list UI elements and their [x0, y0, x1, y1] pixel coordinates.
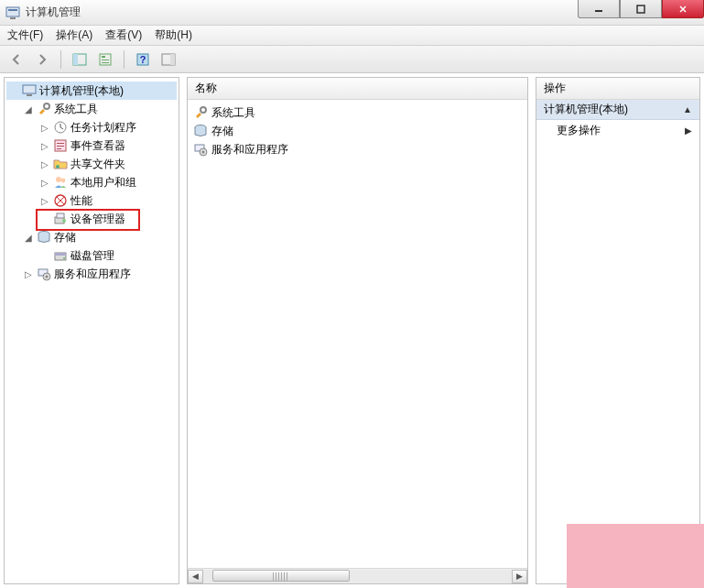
- tree-toggle[interactable]: ▷: [39, 159, 50, 169]
- tree-body: 计算机管理(本地) ◢ 系统工具 ▷ 任务计划程序 ▷ 事件查看器: [5, 78, 179, 583]
- folder-shared-icon: [53, 157, 68, 171]
- center-header[interactable]: 名称: [188, 78, 527, 100]
- toolbar-separator: [124, 50, 125, 69]
- app-icon: [5, 5, 20, 20]
- list-label: 系统工具: [211, 105, 255, 121]
- tree-label: 设备管理器: [70, 212, 125, 227]
- svg-rect-28: [57, 213, 64, 218]
- svg-text:?: ?: [140, 54, 146, 65]
- tree-label: 磁盘管理: [70, 248, 114, 264]
- svg-rect-3: [595, 10, 602, 12]
- list-item-storage[interactable]: 存储: [190, 122, 525, 140]
- tree-label: 共享文件夹: [70, 157, 125, 172]
- list-label: 服务和应用程序: [211, 142, 288, 158]
- tree-local-users[interactable]: ▷ 本地用户和组: [6, 173, 177, 191]
- tree-task-scheduler[interactable]: ▷ 任务计划程序: [6, 118, 177, 136]
- list-item-system-tools[interactable]: 系统工具: [190, 103, 525, 122]
- close-icon: [678, 5, 688, 14]
- tree-shared-folders[interactable]: ▷ 共享文件夹: [6, 155, 177, 173]
- column-name: 名称: [195, 81, 217, 96]
- svg-point-36: [46, 276, 49, 278]
- svg-rect-2: [10, 17, 16, 19]
- tree-label: 存储: [54, 230, 76, 245]
- svg-rect-4: [637, 5, 644, 13]
- menu-help[interactable]: 帮助(H): [155, 27, 192, 43]
- list-item-services-apps[interactable]: 服务和应用程序: [190, 140, 525, 158]
- tree-root[interactable]: 计算机管理(本地): [6, 82, 177, 100]
- tree-toggle[interactable]: ▷: [39, 141, 50, 151]
- tree-label: 事件查看器: [70, 138, 125, 154]
- scroll-right-button[interactable]: ▶: [512, 570, 527, 583]
- tree-system-tools[interactable]: ◢ 系统工具: [6, 100, 177, 118]
- tree-label: 性能: [70, 193, 92, 209]
- window-controls: [578, 0, 704, 18]
- svg-point-29: [62, 219, 66, 223]
- tree-storage[interactable]: ◢ 存储: [6, 228, 177, 246]
- actions-header: 操作: [536, 78, 699, 100]
- tools-icon: [37, 102, 51, 116]
- tree-disk-management[interactable]: 磁盘管理: [6, 246, 177, 265]
- tree-toggle[interactable]: ▷: [23, 269, 34, 279]
- maximize-icon: [636, 5, 645, 14]
- scroll-track[interactable]: [203, 570, 512, 583]
- tree-services-apps[interactable]: ▷ 服务和应用程序: [6, 265, 177, 283]
- panel-icon: [72, 52, 87, 67]
- action-more[interactable]: 更多操作 ▶: [536, 120, 699, 140]
- help-button[interactable]: ?: [132, 49, 154, 71]
- svg-point-33: [63, 257, 65, 259]
- list: 系统工具 存储 服务和应用程序: [188, 100, 527, 162]
- svg-rect-15: [23, 85, 36, 93]
- tree-device-manager[interactable]: 设备管理器: [6, 210, 177, 228]
- menu-view[interactable]: 查看(V): [105, 27, 142, 43]
- clock-icon: [53, 120, 68, 135]
- svg-point-41: [202, 151, 205, 154]
- scroll-thumb[interactable]: [212, 570, 350, 582]
- nav-forward-button[interactable]: [31, 49, 53, 71]
- svg-rect-0: [6, 7, 19, 16]
- storage-icon: [193, 124, 208, 138]
- center-panel: 名称 系统工具 存储 服务和应用程序 ◀: [187, 77, 528, 584]
- tree-performance[interactable]: ▷ 性能: [6, 191, 177, 210]
- arrow-right-icon: [35, 52, 49, 67]
- maximize-button[interactable]: [620, 0, 662, 18]
- tree-toggle[interactable]: ▷: [39, 196, 50, 206]
- svg-rect-16: [27, 94, 32, 96]
- horizontal-scrollbar[interactable]: ◀ ▶: [188, 568, 527, 583]
- svg-point-37: [200, 107, 206, 113]
- scroll-left-button[interactable]: ◀: [188, 570, 203, 583]
- disk-icon: [53, 248, 68, 263]
- caret-right-icon: ▶: [685, 125, 692, 136]
- tree-toggle[interactable]: ◢: [23, 104, 34, 114]
- panel-right-icon: [161, 52, 176, 67]
- device-icon: [53, 212, 68, 226]
- arrow-left-icon: [9, 52, 24, 67]
- show-hide-tree-button[interactable]: [69, 49, 91, 71]
- svg-point-25: [61, 179, 66, 183]
- services-icon: [37, 267, 51, 281]
- nav-back-button[interactable]: [5, 49, 27, 71]
- minimize-button[interactable]: [578, 0, 620, 18]
- properties-button[interactable]: [94, 49, 116, 71]
- list-label: 存储: [211, 124, 233, 139]
- menu-action[interactable]: 操作(A): [56, 27, 92, 43]
- menu-file[interactable]: 文件(F): [7, 27, 43, 43]
- tree-label: 任务计划程序: [70, 120, 136, 136]
- svg-rect-20: [57, 143, 64, 144]
- main-area: 计算机管理(本地) ◢ 系统工具 ▷ 任务计划程序 ▷ 事件查看器: [0, 73, 704, 588]
- svg-rect-1: [8, 9, 17, 11]
- close-button[interactable]: [662, 0, 704, 18]
- tree-toggle[interactable]: ▷: [39, 123, 50, 133]
- svg-rect-32: [55, 253, 66, 256]
- tree: 计算机管理(本地) ◢ 系统工具 ▷ 任务计划程序 ▷ 事件查看器: [5, 78, 179, 287]
- action-section[interactable]: 计算机管理(本地) ▲: [536, 100, 699, 120]
- tree-toggle[interactable]: ◢: [23, 233, 34, 243]
- show-hide-action-button[interactable]: [157, 49, 179, 71]
- caret-up-icon: ▲: [683, 104, 692, 114]
- tree-event-viewer[interactable]: ▷ 事件查看器: [6, 136, 177, 155]
- actions-body: 计算机管理(本地) ▲ 更多操作 ▶: [536, 100, 699, 583]
- svg-point-24: [56, 177, 61, 182]
- title-bar: 计算机管理: [0, 0, 704, 26]
- tree-toggle[interactable]: ▷: [39, 178, 50, 188]
- services-icon: [193, 142, 208, 157]
- svg-rect-6: [73, 54, 78, 65]
